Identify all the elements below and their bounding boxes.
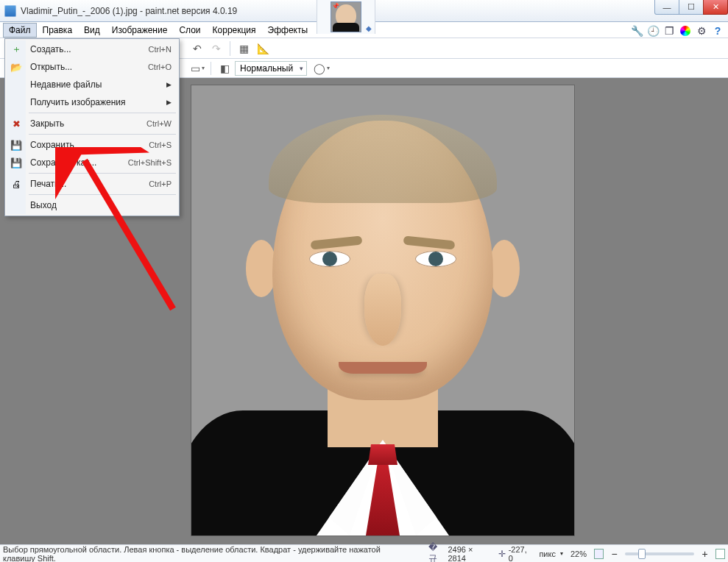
menu-item-new[interactable]: ＋Создать...Ctrl+N	[7, 40, 177, 58]
document-tab[interactable]: 📌 ◆	[317, 0, 375, 34]
zoom-slider[interactable]	[625, 552, 695, 555]
status-zoom: 22%	[570, 549, 587, 558]
close-doc-icon: ✖	[10, 118, 22, 129]
menu-adjustments[interactable]: Коррекция	[207, 23, 262, 38]
status-bar: Выбор прямоугольной области. Левая кнопк…	[0, 544, 728, 562]
print-icon: 🖨	[10, 178, 22, 190]
grid-toggle-button[interactable]: ▦	[236, 41, 251, 56]
menu-image[interactable]: Изображение	[106, 23, 174, 38]
maximize-button[interactable]: ☐	[679, 0, 704, 15]
color-wheel-icon[interactable]	[679, 25, 691, 37]
blend-icon[interactable]: ◧	[217, 61, 232, 76]
menu-edit[interactable]: Правка	[37, 23, 79, 38]
file-menu-dropdown: ＋Создать...Ctrl+N 📂Открыть...Ctrl+O Неда…	[4, 38, 180, 216]
blend-mode-value: Нормальный	[240, 63, 293, 74]
app-icon	[4, 5, 16, 17]
menu-separator	[29, 173, 176, 174]
open-icon: 📂	[10, 61, 22, 73]
wrench-icon[interactable]: 🔧	[631, 25, 643, 37]
menu-item-close[interactable]: ✖ЗакрытьCtrl+W	[7, 115, 177, 132]
antialias-button[interactable]: ◯▾	[314, 61, 329, 76]
tab-diamond-icon: ◆	[366, 24, 372, 32]
menu-effects[interactable]: Эффекты	[262, 23, 314, 38]
help-icon[interactable]: ?	[712, 25, 724, 37]
submenu-arrow-icon: ▶	[166, 99, 172, 106]
save-as-icon: 💾	[10, 157, 22, 168]
undo-button[interactable]: ↶	[190, 41, 205, 56]
close-button[interactable]: ✕	[703, 0, 728, 15]
status-units[interactable]: пикс▾	[539, 549, 563, 558]
menu-item-print[interactable]: 🖨Печать...Ctrl+P	[7, 175, 177, 193]
dimensions-icon: �규	[428, 542, 445, 562]
save-icon: 💾	[10, 139, 22, 151]
zoom-fit-button[interactable]	[594, 549, 604, 559]
menu-item-acquire[interactable]: Получить изображения▶	[7, 93, 177, 111]
menu-view[interactable]: Вид	[78, 23, 106, 38]
redo-button[interactable]: ↷	[209, 41, 224, 56]
menu-layers[interactable]: Слои	[173, 23, 206, 38]
menu-item-save[interactable]: 💾СохранитьCtrl+S	[7, 136, 177, 154]
menu-item-recent[interactable]: Недавние файлы▶	[7, 76, 177, 93]
clock-icon[interactable]: 🕘	[647, 25, 659, 37]
menu-file[interactable]: Файл	[3, 23, 37, 38]
ruler-toggle-button[interactable]: 📐	[255, 41, 270, 56]
document-thumbnail: 📌	[331, 1, 361, 32]
menu-separator	[29, 113, 176, 113]
new-icon: ＋	[10, 43, 22, 55]
window-controls: — ☐ ✕	[655, 0, 728, 15]
zoom-out-button[interactable]: −	[611, 548, 617, 560]
zoom-in-button[interactable]: +	[702, 548, 707, 560]
menu-item-save-as[interactable]: 💾Сохранить как...Ctrl+Shift+S	[7, 154, 177, 171]
menu-item-open[interactable]: 📂Открыть...Ctrl+O	[7, 58, 177, 76]
status-cursor: ✛-227, 0	[498, 545, 532, 563]
submenu-arrow-icon: ▶	[166, 81, 172, 88]
cursor-pos-icon: ✛	[498, 549, 506, 559]
layers-icon[interactable]: ❐	[663, 25, 675, 37]
selection-shape-button[interactable]: ▭▾	[190, 61, 205, 76]
menu-item-exit[interactable]: Выход	[7, 196, 177, 214]
blend-mode-combo[interactable]: Нормальный	[235, 61, 307, 76]
menu-separator	[29, 134, 176, 135]
zoom-actual-button[interactable]	[715, 549, 725, 559]
utility-icons: 🔧 🕘 ❐ ⚙ ?	[631, 24, 724, 38]
window-title: Vladimir_Putin_-_2006 (1).jpg - paint.ne…	[21, 6, 237, 16]
gear-icon[interactable]: ⚙	[696, 25, 707, 37]
minimize-button[interactable]: —	[654, 0, 679, 15]
menu-separator	[29, 194, 176, 195]
image-content	[191, 85, 574, 536]
status-hint: Выбор прямоугольной области. Левая кнопк…	[3, 545, 414, 563]
image-canvas[interactable]	[191, 85, 574, 536]
status-dimensions: �규2496 × 2814	[428, 542, 491, 562]
